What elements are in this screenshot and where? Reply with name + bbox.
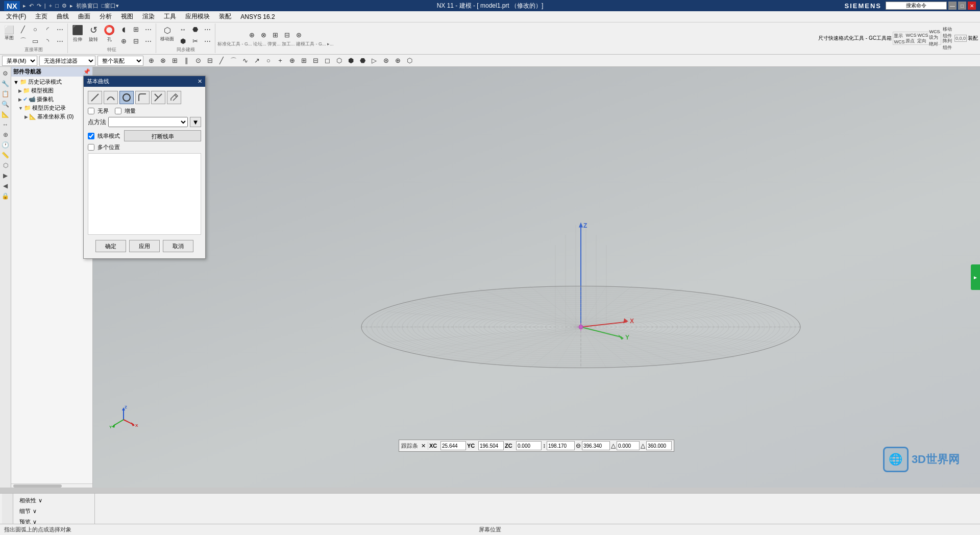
cmd-icon-11[interactable]: ○ [263,55,274,66]
fillet-btn[interactable]: ◜ [42,23,53,35]
wcs-abs-btn[interactable]: WCS设为绝对 [929,33,940,44]
cmd-icon-5[interactable]: ⊙ [192,55,204,66]
arc-btn[interactable]: ⌒ [17,35,29,46]
nav-history-mode[interactable]: ▼ 📁 历史记录模式 [12,78,91,86]
more-feature2-btn[interactable]: ⋯ [142,35,154,46]
cmd-icon-6[interactable]: ⊟ [204,55,215,66]
delete-face-btn[interactable]: ✂ [189,35,201,46]
mirror-feature-btn[interactable]: ⊟ [130,35,141,46]
menu-item-home[interactable]: 主页 [31,11,52,22]
chamfer-btn[interactable]: ◝ [42,35,53,46]
hole-btn[interactable]: ⭕ 孔 [102,23,117,44]
cmd-icon-8[interactable]: ⌒ [228,55,239,66]
sidebar-icon-13[interactable]: 🔒 [1,191,10,201]
trim-feature-btn[interactable]: ⊕ [118,35,129,46]
blend-btn[interactable]: ◖ [118,23,129,35]
rect-btn[interactable]: ▭ [30,35,41,46]
std-tool-4[interactable]: ⊟ [282,30,293,41]
bc-circle-btn[interactable] [119,91,134,104]
menu-item-tools[interactable]: 工具 [160,11,180,22]
a1-input[interactable] [617,441,640,450]
menu-select[interactable]: 菜单(M) [2,56,37,66]
cmd-icon-16[interactable]: ◻ [322,55,333,66]
cmd-icon-14[interactable]: ⊞ [298,55,309,66]
sidebar-icon-8[interactable]: 🕐 [1,140,10,150]
replace-face-btn[interactable]: ↔ [177,23,188,35]
more-feature-btn[interactable]: ⋯ [142,23,154,35]
cmd-icon-4[interactable]: ∥ [181,55,192,66]
wcs-orient-btn[interactable]: WCS定向 [917,33,928,44]
more-sync2-btn[interactable]: ⋯ [202,35,213,46]
detail-panel[interactable]: 细节 ∨ [15,506,92,516]
break-string-btn[interactable]: 打断线串 [124,130,201,141]
point-method-more-btn[interactable]: ▼ [190,117,201,127]
sketch-btn[interactable]: ⬜ 草图 [2,23,16,44]
sidebar-icon-5[interactable]: 📐 [1,110,10,119]
config-select[interactable]: 整个装配 [97,56,143,66]
nav-datum[interactable]: ▶ 📐 基准坐标系 (0) [12,112,91,121]
basic-curve-titlebar[interactable]: 基本曲线 ✕ [84,76,205,87]
extrude-btn[interactable]: ⬛ 拉伸 [70,23,85,44]
sidebar-icon-2[interactable]: 🔧 [1,79,10,88]
zc-input[interactable] [516,441,542,450]
menu-item-ansys[interactable]: ANSYS 16.2 [236,12,279,21]
yc-input[interactable] [478,441,504,450]
win-max-btn[interactable]: □ [958,2,966,10]
offset-region-btn[interactable]: ⬢ [177,35,188,46]
menu-item-surface[interactable]: 曲面 [74,11,94,22]
wcs-origin-btn[interactable]: WCS原点 [905,33,917,44]
wcs-btn[interactable]: 显示WCS [894,33,905,44]
sidebar-icon-1[interactable]: ⚙ [1,69,10,78]
right-edge-btn[interactable]: ► [971,264,980,290]
bc-arc-btn[interactable] [104,91,118,104]
more-sync-btn[interactable]: ⋯ [202,23,213,35]
no-limit-checkbox[interactable] [88,108,94,114]
nav-camera[interactable]: ▶ ✔ 📹 摄像机 [12,95,91,104]
more-sketch-btn[interactable]: ⋯ [54,23,65,35]
cmd-icon-22[interactable]: ⊕ [392,55,403,66]
deps-expand-icon[interactable]: ∨ [38,497,42,504]
cmd-icon-10[interactable]: ↗ [251,55,262,66]
bc-line-btn[interactable] [88,91,102,104]
more-sketch2-btn[interactable]: ⋯ [54,35,65,46]
menu-item-file[interactable]: 文件(F) [2,11,30,22]
sidebar-icon-10[interactable]: ⬡ [1,161,10,170]
move-face-btn[interactable]: ⬡ 移动面 [158,23,176,44]
bc-cancel-btn[interactable]: 取消 [163,240,193,252]
menu-item-render[interactable]: 渲染 [138,11,159,22]
win-min-btn[interactable]: — [948,2,957,10]
cmd-icon-12[interactable]: + [275,55,286,66]
sidebar-icon-7[interactable]: ⊕ [1,130,10,139]
r1-input[interactable] [547,441,575,450]
r2-input[interactable] [582,441,610,450]
win-close-btn[interactable]: ✕ [968,2,976,10]
sidebar-icon-4[interactable]: 🔍 [1,100,10,109]
detail-expand-icon[interactable]: ∨ [33,508,37,515]
menu-item-curve[interactable]: 曲线 [53,11,73,22]
part-nav-pin-icon[interactable]: 📌 [83,68,90,75]
cmd-icon-15[interactable]: ⊟ [310,55,321,66]
menu-item-assem[interactable]: 装配 [215,11,235,22]
bc-edit-btn[interactable] [167,91,181,104]
line-mode-checkbox[interactable] [88,133,94,139]
cmd-icon-2[interactable]: ⊗ [157,55,168,66]
cmd-icon-20[interactable]: ▷ [369,55,380,66]
nav-model-views[interactable]: ▶ 📁 模型视图 [12,86,91,95]
search-input-bar[interactable]: 搜索命令 [886,2,947,10]
menu-item-analysis[interactable]: 分析 [95,11,116,22]
bc-apply-btn[interactable]: 应用 [129,240,160,252]
menu-item-view[interactable]: 视图 [117,11,137,22]
std-tool-1[interactable]: ⊕ [247,30,258,41]
sidebar-icon-11[interactable]: ▶ [1,171,10,180]
cmd-icon-3[interactable]: ⊞ [169,55,180,66]
cmd-icon-18[interactable]: ⬢ [345,55,356,66]
cmd-icon-7[interactable]: ╱ [216,55,227,66]
std-tool-5[interactable]: ⊛ [293,30,305,41]
filter-select[interactable]: 无选择过滤器 [39,56,95,66]
sidebar-icon-6[interactable]: ↔ [1,120,10,129]
xc-input[interactable] [440,441,466,450]
cmd-icon-1[interactable]: ⊕ [145,55,157,66]
tracker-close-icon[interactable]: ✕ [421,443,426,449]
bc-confirm-btn[interactable]: 确定 [95,240,126,252]
bc-trim-btn[interactable] [151,91,165,104]
